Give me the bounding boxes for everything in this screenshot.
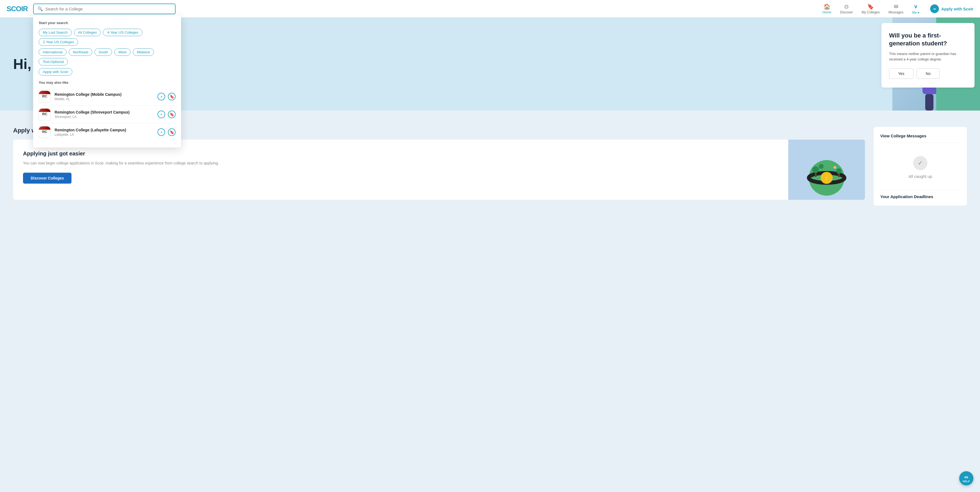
first-gen-card: Will you be a first-generation student? … [881,23,975,87]
first-gen-desc: This means neither parent or guardian ha… [889,51,967,62]
dropdown-start-title: Start your search [39,21,175,25]
search-input[interactable] [45,6,171,11]
list-item[interactable]: RC Remington College (Mobile Campus) Mob… [39,88,175,106]
caught-up-area: ✓ All caught up [880,147,960,187]
nav-me[interactable]: v Me ▾ [912,3,919,14]
search-icon: 🔍 [38,6,43,11]
nav-my-colleges[interactable]: 🔖 My Colleges [862,3,880,14]
caught-up-text: All caught up [908,174,932,179]
nav-discover[interactable]: ⊙ Discover [840,3,853,14]
logo-text: SCOIR [6,5,28,13]
apply-btn-label: Apply with Scoir [941,6,974,11]
bookmark-college-2-button[interactable]: 🔖 [168,111,175,118]
yes-button[interactable]: Yes [889,68,913,79]
bookmark-college-3-button[interactable]: 🔖 [168,129,175,136]
college-info-1: Remington College (Mobile Campus) Mobile… [54,92,158,101]
nav-messages-label: Messages [889,10,904,14]
add-college-1-button[interactable]: + [158,93,165,100]
chip-4year[interactable]: 4-Year US Colleges [103,29,142,36]
add-college-3-button[interactable]: + [158,129,165,136]
college-logo-1: RC [39,90,51,103]
apply-scoir-icon: ∞ [930,5,939,13]
apply-with-scoir-button[interactable]: ∞ Apply with Scoir [930,5,974,13]
college-info-3: Remington College (Lafayette Campus) Laf… [54,128,158,136]
chip-2year[interactable]: 2-Year US Colleges [39,38,78,46]
help-infinity-icon: ∞ [964,474,968,480]
college-name-2: Remington College (Shreveport Campus) [54,110,158,114]
help-button[interactable]: ∞ HELP [959,471,974,486]
svg-point-8 [812,167,819,173]
apply-card-desc: You can now begin college applications i… [23,160,778,166]
chip-all-colleges[interactable]: All Colleges [74,29,101,36]
messages-icon: ✉ [894,3,898,10]
apply-info-card: Applying just got easier You can now beg… [13,140,788,200]
college-name-3: Remington College (Lafayette Campus) [54,128,158,132]
apply-cards: Applying just got easier You can now beg… [13,140,865,200]
nav-my-colleges-label: My Colleges [862,10,880,14]
nav-messages[interactable]: ✉ Messages [889,3,904,14]
first-gen-buttons: Yes No [889,68,967,79]
navbar: SCOIR 🔍 Start your search My Last Search… [0,0,980,17]
apply-visual-svg: ⚡ [799,142,854,197]
apply-visual-card: ⚡ [788,140,865,200]
chip-northeast[interactable]: Northeast [69,48,92,56]
chips-row-3: Apply with Scoir [39,68,175,76]
bookmark-college-1-button[interactable]: 🔖 [168,93,175,100]
nav-discover-label: Discover [840,10,853,14]
college-logo-3: RC [39,126,51,138]
messages-title: View College Messages [880,133,960,138]
svg-rect-9 [815,173,816,177]
me-letter-icon: v [914,3,917,10]
help-label: HELP [963,480,970,483]
first-gen-title: Will you be a first-generation student? [889,32,967,48]
chip-my-last-search[interactable]: My Last Search [39,29,72,36]
discover-icon: ⊙ [844,3,849,10]
chip-midwest[interactable]: Midwest [133,48,154,56]
svg-point-10 [836,168,842,174]
messages-card: View College Messages ✓ All caught up Yo… [874,127,967,205]
discover-colleges-button[interactable]: Discover Colleges [23,173,72,184]
college-info-2: Remington College (Shreveport Campus) Sh… [54,110,158,119]
college-location-2: Shreveport, LA [54,115,158,119]
apply-card-title: Applying just got easier [23,151,778,157]
college-actions-3: + 🔖 [158,129,175,136]
college-logo-2: RC [39,108,51,121]
no-button[interactable]: No [917,68,940,79]
search-input-container: 🔍 [33,3,175,14]
nav-links: 🏠 Home ⊙ Discover 🔖 My Colleges ✉ Messag… [822,3,974,14]
nav-home[interactable]: 🏠 Home [822,3,831,14]
svg-point-12 [819,164,824,169]
deadlines-title: Your Application Deadlines [880,194,960,199]
svg-rect-11 [838,174,840,177]
chip-international[interactable]: International [39,48,67,56]
college-name-1: Remington College (Mobile Campus) [54,92,158,97]
home-icon: 🏠 [824,3,830,10]
search-wrapper: 🔍 Start your search My Last Search All C… [33,3,175,14]
list-item[interactable]: RC Remington College (Lafayette Campus) … [39,124,175,141]
svg-text:⚡: ⚡ [823,174,831,182]
chips-row-1: My Last Search All Colleges 4-Year US Co… [39,29,175,46]
may-also-like-title: You may also like [39,81,175,84]
college-actions-1: + 🔖 [158,93,175,100]
college-actions-2: + 🔖 [158,111,175,118]
divider-1 [880,143,960,143]
chip-test-optional[interactable]: Test-Optional [39,58,68,65]
add-college-2-button[interactable]: + [158,111,165,118]
nav-me-label: Me ▾ [912,11,919,14]
chip-south[interactable]: South [94,48,112,56]
search-dropdown: Start your search My Last Search All Col… [33,15,181,148]
chips-row-2: International Northeast South West Midwe… [39,48,175,65]
sidebar: View College Messages ✓ All caught up Yo… [874,127,967,211]
logo[interactable]: SCOIR [6,5,28,13]
chip-west[interactable]: West [114,48,130,56]
nav-home-label: Home [822,10,831,14]
svg-rect-16 [834,169,836,171]
svg-point-15 [834,166,836,169]
my-colleges-icon: 🔖 [867,3,874,10]
list-item[interactable]: RC Remington College (Shreveport Campus)… [39,106,175,124]
college-location-1: Mobile, AL [54,97,158,101]
chip-apply-scoir[interactable]: Apply with Scoir [39,68,72,76]
college-location-3: Lafayette, LA [54,133,158,136]
check-icon: ✓ [913,156,928,170]
svg-rect-4 [925,94,934,111]
